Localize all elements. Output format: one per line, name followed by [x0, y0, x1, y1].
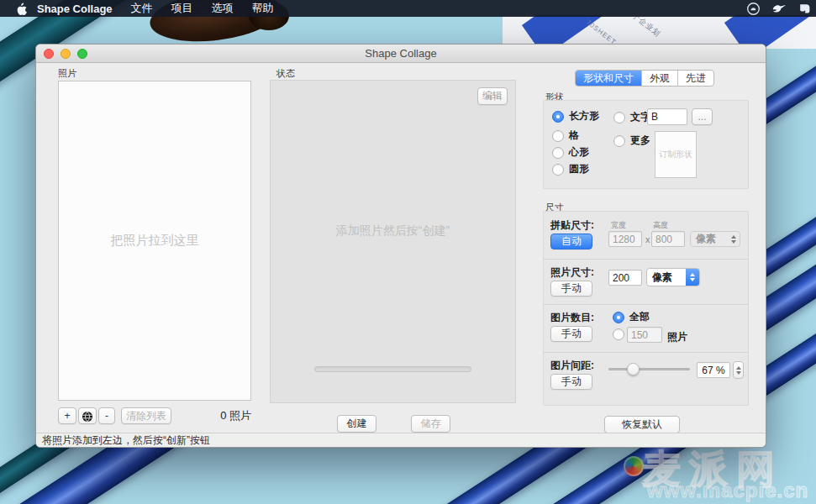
- menu-bar: Shape Collage 文件 项目 选项 帮助: [0, 0, 816, 17]
- count-option-custom[interactable]: [613, 328, 624, 340]
- web-import-button[interactable]: [78, 407, 97, 424]
- creative-cloud-icon[interactable]: [746, 2, 761, 16]
- tab-shape-and-size[interactable]: 形状和尺寸: [576, 71, 641, 86]
- count-option-label: 全部: [629, 310, 650, 324]
- shape-option-label: 圆形: [569, 162, 589, 176]
- paper-text: 适于企业划: [623, 15, 662, 39]
- status-bar-text: 将照片添加到左边，然后按“创新”按钮: [42, 433, 210, 448]
- close-button[interactable]: [44, 49, 54, 59]
- progress-bar: [314, 366, 471, 372]
- radio-heart[interactable]: [552, 147, 564, 159]
- photo-size-manual-button[interactable]: 手动: [550, 281, 592, 297]
- shape-text-input[interactable]: [647, 108, 687, 125]
- row-divider: [544, 259, 748, 260]
- status-empty-hint: 添加照片然后按“创建”: [271, 223, 515, 239]
- watermark-logo-icon: [624, 456, 644, 476]
- browse-font-button[interactable]: ...: [692, 108, 713, 125]
- spacing-value-input[interactable]: [697, 362, 730, 378]
- shape-group-box: 长方形 格 心形 圆形 文字 ... 更多 订制形状: [543, 100, 749, 189]
- zoom-button[interactable]: [77, 49, 87, 59]
- radio-text[interactable]: [613, 112, 625, 123]
- count-unit-label: 照片: [667, 330, 687, 344]
- count-option-all[interactable]: 全部: [613, 310, 650, 324]
- row-divider: [544, 304, 748, 305]
- menu-options[interactable]: 选项: [212, 1, 234, 16]
- collage-size-label: 拼贴尺寸:: [550, 218, 594, 233]
- watermark-url: www.macpie.cn: [647, 479, 808, 502]
- menu-project[interactable]: 项目: [171, 1, 193, 16]
- spacing-slider[interactable]: [608, 368, 690, 370]
- photo-size-input[interactable]: [608, 270, 642, 286]
- menu-file[interactable]: 文件: [131, 1, 153, 16]
- spacing-slider-thumb[interactable]: [627, 363, 640, 375]
- unit-value: 像素: [696, 232, 716, 246]
- height-label: 高度: [653, 220, 668, 231]
- collage-height-input[interactable]: [651, 231, 685, 247]
- radio-all[interactable]: [613, 312, 624, 323]
- window-title: Shape Collage: [365, 47, 436, 60]
- collage-preview-area: 编辑 添加照片然后按“创建”: [270, 80, 516, 403]
- apple-menu-icon[interactable]: [12, 3, 30, 15]
- spacing-stepper[interactable]: [733, 361, 744, 379]
- traffic-lights: [44, 49, 87, 59]
- photos-section-label: 照片: [58, 67, 76, 80]
- photo-count-text: 0 照片: [162, 408, 251, 423]
- bird-icon[interactable]: [771, 2, 787, 15]
- window-titlebar[interactable]: Shape Collage: [36, 45, 766, 63]
- photo-count-input[interactable]: [627, 327, 662, 343]
- photo-count-manual-button[interactable]: 手动: [550, 326, 592, 342]
- photo-size-label: 照片尺寸:: [550, 265, 594, 280]
- stepper-chevrons-icon: [686, 269, 699, 286]
- save-button[interactable]: 储存: [411, 415, 450, 433]
- edit-button[interactable]: 编辑: [477, 87, 508, 105]
- radio-grid[interactable]: [552, 130, 564, 142]
- tab-appearance[interactable]: 外观: [641, 71, 677, 86]
- tab-advanced[interactable]: 先进: [677, 71, 713, 86]
- evernote-elephant-icon[interactable]: [798, 2, 811, 15]
- shape-option-label: 格: [569, 129, 579, 143]
- row-divider: [544, 352, 748, 353]
- paper-text: 70SHEET: [585, 18, 618, 46]
- create-button[interactable]: 创建: [337, 415, 376, 433]
- drop-hint-text: 把照片拉到这里: [111, 233, 199, 249]
- shape-option-text[interactable]: 文字: [613, 110, 650, 124]
- add-photos-button[interactable]: +: [58, 407, 76, 424]
- collage-width-input[interactable]: [608, 231, 642, 247]
- photo-count-label: 图片数目:: [550, 311, 594, 325]
- radio-rectangle[interactable]: [552, 111, 564, 123]
- radio-circle[interactable]: [552, 164, 564, 176]
- shape-option-label: 长方形: [569, 109, 599, 123]
- shape-option-heart[interactable]: 心形: [552, 145, 589, 160]
- shape-option-grid[interactable]: 格: [552, 129, 579, 143]
- times-symbol: x: [645, 234, 650, 244]
- unit-value: 像素: [652, 270, 672, 285]
- status-section-label: 状态: [276, 67, 295, 80]
- menu-help[interactable]: 帮助: [252, 1, 274, 16]
- custom-shape-well[interactable]: 订制形状: [655, 131, 697, 178]
- photo-drop-area[interactable]: 把照片拉到这里: [58, 81, 251, 401]
- stepper-chevrons-icon: [731, 235, 736, 244]
- shape-option-more[interactable]: 更多: [613, 134, 650, 148]
- settings-tabs: 形状和尺寸 外观 先进: [575, 70, 714, 87]
- spacing-manual-button[interactable]: 手动: [550, 374, 592, 390]
- shape-option-circle[interactable]: 圆形: [552, 162, 589, 176]
- globe-icon: [82, 411, 93, 423]
- shape-option-label: 更多: [630, 134, 650, 148]
- shape-option-label: 心形: [569, 145, 589, 160]
- restore-defaults-button[interactable]: 恢复默认: [604, 416, 680, 433]
- menubar-tray: [746, 2, 811, 16]
- radio-more[interactable]: [613, 135, 625, 147]
- size-group-box: 拼贴尺寸: 自动 宽度 x 高度 像素 照片尺寸: 手动 像素 图片数目: 手动…: [543, 211, 749, 406]
- shape-option-rectangle[interactable]: 长方形: [552, 109, 599, 123]
- radio-custom-count[interactable]: [613, 328, 624, 340]
- collage-size-auto-button[interactable]: 自动: [550, 234, 592, 249]
- spacing-label: 图片间距:: [550, 359, 594, 373]
- minimize-button[interactable]: [61, 49, 71, 59]
- menubar-app-name[interactable]: Shape Collage: [37, 3, 113, 15]
- shape-collage-window: Shape Collage 照片 把照片拉到这里 + - 清除列表 0 照片 状…: [35, 44, 766, 448]
- window-status-bar: 将照片添加到左边，然后按“创新”按钮: [36, 433, 766, 447]
- photo-unit-select[interactable]: 像素: [646, 268, 700, 286]
- collage-unit-select[interactable]: 像素: [690, 231, 740, 247]
- width-label: 宽度: [611, 220, 626, 231]
- remove-photos-button[interactable]: -: [98, 407, 115, 424]
